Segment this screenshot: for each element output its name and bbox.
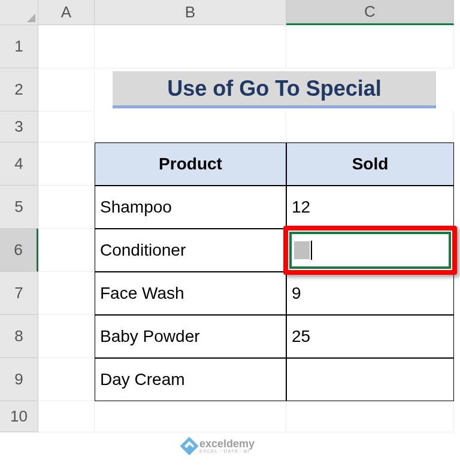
row-header-9[interactable]: 9	[0, 358, 38, 401]
row-header-7[interactable]: 7	[0, 272, 38, 315]
col-header-b[interactable]: B	[95, 0, 286, 25]
watermark-tagline: EXCEL · DATA · BI	[199, 449, 255, 454]
cell-a7[interactable]	[38, 272, 95, 315]
text-cursor	[311, 241, 312, 260]
select-all-corner[interactable]	[0, 0, 38, 25]
cell-b1[interactable]	[95, 25, 286, 68]
table-cell-product-2[interactable]: Conditioner	[95, 229, 286, 272]
row-header-4[interactable]: 4	[0, 143, 38, 186]
cell-c1[interactable]	[286, 25, 454, 68]
cell-a8[interactable]	[38, 315, 95, 358]
cell-a3[interactable]	[38, 111, 95, 143]
row-header-5[interactable]: 5	[0, 186, 38, 229]
col-header-a[interactable]: A	[38, 0, 95, 25]
placeholder-glyph	[294, 241, 310, 259]
table-cell-product-1[interactable]: Shampoo	[95, 186, 286, 229]
row-header-6[interactable]: 6	[0, 229, 38, 272]
row-header-1[interactable]: 1	[0, 25, 38, 68]
row-header-8[interactable]: 8	[0, 315, 38, 358]
table-cell-sold-4[interactable]: 25	[286, 315, 454, 358]
title-merged-cell[interactable]: Use of Go To Special	[95, 68, 454, 111]
cell-a6[interactable]	[38, 229, 95, 272]
page-title: Use of Go To Special	[167, 76, 381, 101]
table-cell-sold-3[interactable]: 9	[286, 272, 454, 315]
cell-b3[interactable]	[95, 111, 286, 143]
watermark: exceldemy EXCEL · DATA · BI	[183, 438, 255, 454]
cell-a5[interactable]	[38, 186, 95, 229]
row-header-3[interactable]: 3	[0, 111, 38, 143]
table-header-product[interactable]: Product	[95, 143, 286, 186]
table-cell-sold-5[interactable]	[286, 358, 454, 401]
cell-a10[interactable]	[38, 401, 95, 432]
active-cell-c6[interactable]	[286, 229, 454, 272]
cell-c3[interactable]	[286, 111, 454, 143]
table-cell-product-5[interactable]: Day Cream	[95, 358, 286, 401]
cell-a9[interactable]	[38, 358, 95, 401]
cell-a4[interactable]	[38, 143, 95, 186]
row-header-10[interactable]: 10	[0, 401, 38, 432]
selection-border	[289, 232, 451, 269]
table-header-sold[interactable]: Sold	[286, 143, 454, 186]
row-header-2[interactable]: 2	[0, 68, 38, 111]
col-header-c[interactable]: C	[286, 0, 454, 25]
table-cell-product-3[interactable]: Face Wash	[95, 272, 286, 315]
table-cell-sold-1[interactable]: 12	[286, 186, 454, 229]
table-cell-product-4[interactable]: Baby Powder	[95, 315, 286, 358]
cell-c10[interactable]	[286, 401, 454, 432]
cell-a1[interactable]	[38, 25, 95, 68]
cell-b10[interactable]	[95, 401, 286, 432]
cell-a2[interactable]	[38, 68, 95, 111]
watermark-logo-icon	[180, 436, 198, 455]
watermark-brand: exceldemy	[199, 438, 255, 449]
spreadsheet-grid[interactable]: A B C 1 2 Use of Go To Special 3 4 Produ…	[0, 0, 460, 432]
